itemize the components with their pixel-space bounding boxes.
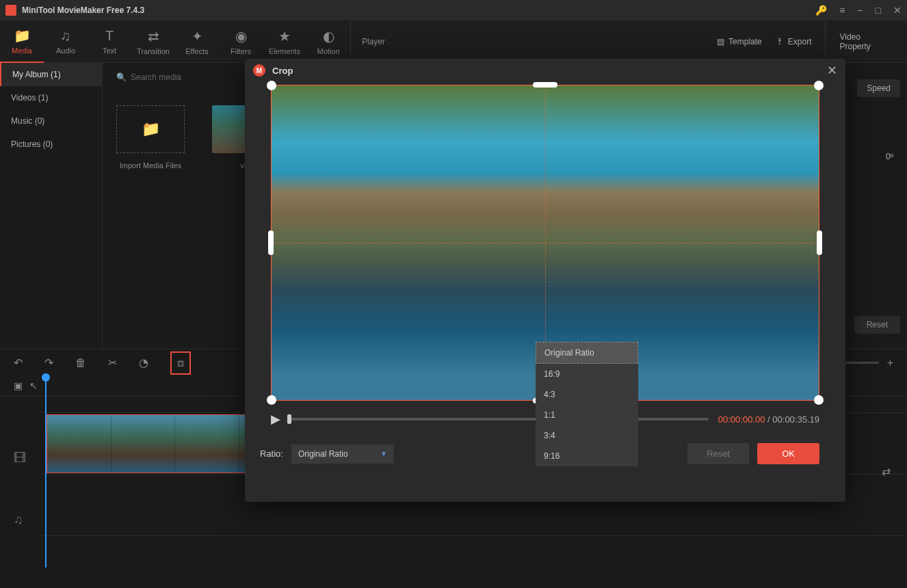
tool-effects-label: Effects [185,47,208,55]
crop-reset-button[interactable]: Reset [687,443,749,464]
crop-ok-button[interactable]: OK [757,443,819,464]
crop-handle-bottom-right[interactable] [814,395,824,405]
sidebar-item-videos[interactable]: Videos (1) [0,86,102,109]
filters-icon: ◉ [235,28,247,44]
tool-motion-label: Motion [317,47,339,55]
motion-icon: ◐ [323,28,334,44]
sidebar-item-pictures[interactable]: Pictures (0) [0,133,102,156]
tool-elements-label: Elements [269,47,300,55]
maximize-button[interactable]: □ [876,5,881,16]
swap-icon[interactable]: ⇄ [882,465,891,478]
tool-filters[interactable]: ◉Filters [219,21,263,63]
ratio-select-value: Original Ratio [298,449,348,459]
player-label: Player [350,21,703,62]
dialog-close-button[interactable]: ✕ [827,63,837,78]
play-button[interactable]: ▶ [271,412,280,427]
crop-handle-top-right[interactable] [814,81,824,90]
key-icon[interactable]: 🔑 [815,5,827,16]
import-media-button[interactable]: 📁 [116,105,185,153]
crop-dialog-title: Crop [272,66,827,76]
scrubber-thumb[interactable] [287,414,291,424]
speed-icon[interactable]: ◔ [139,356,148,369]
crop-handle-left-mid[interactable] [268,230,274,255]
ratio-dropdown-menu: Original Ratio 16:9 4:3 1:1 3:4 9:16 [536,342,638,466]
speed-tab[interactable]: Speed [857,79,900,97]
crop-scrubber[interactable] [290,418,709,420]
redo-icon[interactable]: ↷ [44,356,53,369]
elements-icon: ★ [278,28,291,44]
zoom-in-icon[interactable]: + [887,357,893,369]
search-input[interactable]: Search media [131,72,181,82]
rotate-value: 0º [886,152,893,161]
ratio-option-3-4[interactable]: 3:4 [536,425,638,446]
ratio-option-original[interactable]: Original Ratio [536,342,638,364]
delete-icon[interactable]: 🗑 [75,357,86,369]
sidebar-item-music[interactable]: Music (0) [0,109,102,133]
music-icon: ♫ [14,513,23,527]
tool-transition[interactable]: ⇄Transition [131,21,175,63]
crop-handle-top-mid[interactable] [533,82,557,88]
sidebar-item-myalbum[interactable]: My Album (1) [0,63,102,86]
ratio-option-4-3[interactable]: 4:3 [536,384,638,405]
crop-tool-button[interactable]: ⧈ [170,351,191,375]
time-current: 00:00:00.00 [718,414,765,425]
split-icon[interactable]: ✂ [108,356,117,369]
app-icon [5,5,16,16]
search-icon: 🔍 [116,72,127,82]
undo-icon[interactable]: ↶ [14,356,23,369]
app-title: MiniTool MovieMaker Free 7.4.3 [22,5,815,15]
ratio-label: Ratio: [260,449,283,459]
import-label: Import Media Files [116,161,185,170]
film-icon: 🎞 [14,451,26,466]
folder-icon: 📁 [14,27,31,44]
export-icon: ⭱ [776,37,784,46]
text-icon: T [105,28,114,44]
tool-transition-label: Transition [137,47,170,55]
dialog-app-icon: M [253,64,265,77]
chevron-down-icon: ▼ [380,450,387,457]
tool-audio-label: Audio [56,46,75,55]
music-icon: ♫ [61,28,71,44]
time-display: 00:00:00.00 / 00:00:35.19 [718,414,819,425]
tool-media[interactable]: 📁Media [0,21,44,63]
tool-motion[interactable]: ◐Motion [306,21,350,63]
ratio-option-9-16[interactable]: 9:16 [536,446,638,466]
tool-audio[interactable]: ♫Audio [44,21,88,63]
reset-button[interactable]: Reset [854,316,900,334]
tool-effects[interactable]: ✦Effects [175,21,219,63]
tool-text-label: Text [103,46,116,55]
crop-handle-top-left[interactable] [267,81,276,90]
close-button[interactable]: ✕ [893,5,902,16]
menu-icon[interactable]: ≡ [839,5,845,16]
folder-icon: 📁 [142,120,160,138]
transition-icon: ⇄ [148,28,159,44]
minimize-button[interactable]: − [857,5,863,16]
effects-icon: ✦ [192,28,203,44]
titlebar: MiniTool MovieMaker Free 7.4.3 🔑 ≡ − □ ✕ [0,0,907,21]
tool-text[interactable]: TText [88,21,131,63]
tool-media-label: Media [12,46,32,55]
tool-elements[interactable]: ★Elements [263,21,306,63]
tool-filters-label: Filters [231,47,251,55]
main-toolbar: 📁Media ♫Audio TText ⇄Transition ✦Effects… [0,21,907,63]
crop-handle-bottom-left[interactable] [267,395,276,405]
ratio-select[interactable]: Original Ratio ▼ [291,444,394,464]
template-icon: ▤ [717,37,724,46]
ratio-option-16-9[interactable]: 16:9 [536,364,638,384]
time-total: 00:00:35.19 [772,414,819,425]
template-button[interactable]: ▤Template [717,37,762,46]
video-property-label: Video Property [825,21,907,62]
export-button[interactable]: ⭱Export [776,37,812,46]
sidebar: My Album (1) Videos (1) Music (0) Pictur… [0,63,103,349]
ratio-option-1-1[interactable]: 1:1 [536,405,638,425]
playhead[interactable] [45,376,47,567]
crop-handle-right-mid[interactable] [817,230,822,255]
crop-dialog: M Crop ✕ ▶ 00:00:00.00 / 00:00:35.19 [245,59,845,502]
